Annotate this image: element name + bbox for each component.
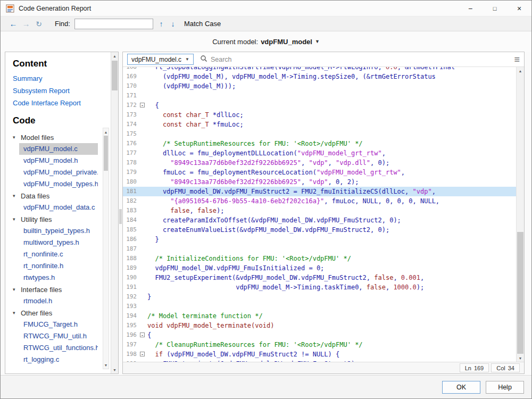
file-group-utility-files[interactable]: ▾Utility files	[13, 213, 111, 225]
code-line-169[interactable]: 169 (vdpFMU_model_M), vdpFMU_model_M->Ti…	[123, 72, 516, 81]
file-item-fmucg-target-h[interactable]: FMUCG_Target.h	[19, 319, 98, 330]
minimize-button[interactable]: −	[458, 1, 483, 16]
line-number: 191	[123, 282, 139, 292]
fold-gutter	[139, 282, 147, 292]
file-selector-dropdown[interactable]: vdpFMU_model.c ▼	[127, 54, 194, 65]
code-line-168[interactable]: 168 rt_StopDataLoggingWithStartTime(vdpF…	[123, 67, 516, 72]
scroll-down-icon[interactable]: ▼	[517, 354, 524, 362]
sidebar-scrollbar-thumb[interactable]	[112, 61, 118, 90]
code-line-185[interactable]: 185 createEnumValueList(&vdpFMU_model_DW…	[123, 225, 516, 235]
help-button[interactable]: Help	[486, 381, 524, 394]
menu-icon[interactable]: ≡	[514, 55, 520, 64]
match-case-toggle[interactable]: Match Case	[184, 20, 221, 28]
code-line-183[interactable]: 183 false, false);	[123, 206, 516, 215]
code-text: /* CleanupRuntimeResources for FMU: '<Ro…	[147, 340, 363, 350]
code-line-192[interactable]: 192}	[123, 292, 516, 302]
code-line-197[interactable]: 197 /* CleanupRuntimeResources for FMU: …	[123, 340, 516, 350]
close-button[interactable]: ×	[507, 1, 531, 16]
current-model-selector[interactable]: Current model: vdpFMU_model ▼	[1, 31, 531, 52]
fold-toggle-icon[interactable]: -	[139, 330, 147, 340]
file-group-interface-files[interactable]: ▾Interface files	[13, 284, 111, 295]
sidebar-link-summary[interactable]: Summary	[13, 74, 111, 82]
code-line-177[interactable]: 177 dllLoc = fmu_deploymentDLLLocation("…	[123, 148, 516, 158]
code-line-176[interactable]: 176 /* SetupRuntimeResources for FMU: '<…	[123, 139, 516, 148]
forward-button[interactable]: →	[20, 19, 32, 28]
code-line-182[interactable]: 182 "{a0951054-67b6-9b55-4a10-6eb2f202c1…	[123, 196, 516, 206]
file-item-rtwcg-util-functions-h[interactable]: RTWCG_util_functions.h	[19, 342, 98, 354]
column-indicator: Col 34	[491, 363, 520, 372]
code-line-198[interactable]: 198- if (vdpFMU_model_DW.vdpFMU_FmuStruc…	[123, 350, 516, 359]
collapse-arrow-icon: ▾	[13, 217, 21, 222]
file-item-builtin-typeid-types-h[interactable]: builtin_typeid_types.h	[19, 225, 98, 237]
line-number: 189	[123, 263, 139, 273]
code-line-191[interactable]: 191 vdpFMU_model_M->Timing.taskTime0, fa…	[123, 282, 516, 292]
file-item-rtwcg-fmu-util-h[interactable]: RTWCG_FMU_util.h	[19, 330, 98, 342]
back-button[interactable]: ←	[7, 19, 20, 28]
scroll-up-icon[interactable]: ▲	[517, 67, 524, 74]
code-text: rt_StopDataLoggingWithStartTime(vdpFMU_m…	[147, 67, 455, 72]
ok-button[interactable]: OK	[442, 381, 480, 394]
code-line-187[interactable]: 187	[123, 244, 516, 254]
code-line-189[interactable]: 189 vdpFMU_model_DW.vdpFMU_FmuIsInitiali…	[123, 263, 516, 273]
code-line-175[interactable]: 175	[123, 129, 516, 139]
fold-gutter	[139, 244, 147, 254]
scroll-down-icon[interactable]: ▼	[103, 361, 109, 369]
file-group-other-files[interactable]: ▾Other files	[13, 307, 111, 319]
code-line-179[interactable]: 179 fmuLoc = fmu_deploymentResourceLocat…	[123, 168, 516, 177]
file-item-vdpfmu-model-private-h[interactable]: vdpFMU_model_private.h	[19, 167, 98, 178]
sidebar-link-subsystem-report[interactable]: Subsystem Report	[13, 87, 111, 95]
code-line-172[interactable]: 172- {	[123, 101, 516, 110]
file-item-vdpfmu-model-c[interactable]: vdpFMU_model.c	[19, 143, 98, 155]
file-item-vdpfmu-model-data-c[interactable]: vdpFMU_model_data.c	[19, 202, 98, 213]
find-previous-button[interactable]: ↑	[157, 20, 165, 28]
code-line-170[interactable]: 170 (vdpFMU_model_M)));	[123, 81, 516, 91]
code-line-188[interactable]: 188 /* InitializeConditions for FMU: '<R…	[123, 254, 516, 263]
fold-gutter	[139, 273, 147, 282]
find-input[interactable]	[74, 19, 153, 29]
code-line-181[interactable]: 181 vdpFMU_model_DW.vdpFMU_FmuStruct2 = …	[123, 187, 516, 196]
code-text: const char_T *fmuLoc;	[147, 120, 244, 129]
code-line-174[interactable]: 174 const char_T *fmuLoc;	[123, 120, 516, 129]
refresh-button[interactable]: ↻	[32, 20, 45, 28]
search-input[interactable]	[211, 56, 328, 63]
file-item-rt-nonfinite-h[interactable]: rt_nonfinite.h	[19, 260, 98, 272]
code-scrollbar: ▲ ▼	[516, 67, 524, 362]
file-tree-scrollbar-thumb[interactable]	[104, 136, 108, 171]
dialog-footer: OK Help	[1, 375, 531, 398]
maximize-button[interactable]: □	[483, 1, 507, 16]
code-line-180[interactable]: 180 "8949c13aa77d6b0ef32d2f9226bb6925", …	[123, 177, 516, 187]
code-line-186[interactable]: 186 }	[123, 235, 516, 244]
code-line-184[interactable]: 184 createParamIdxToOffset(&vdpFMU_model…	[123, 215, 516, 225]
code-line-194[interactable]: 194/* Model terminate function */	[123, 311, 516, 321]
file-item-multiword-types-h[interactable]: multiword_types.h	[19, 237, 98, 248]
code-line-193[interactable]: 193	[123, 302, 516, 311]
code-line-173[interactable]: 173 const char_T *dllLoc;	[123, 110, 516, 120]
line-number: 178	[123, 158, 139, 168]
code-scrollbar-thumb[interactable]	[517, 232, 523, 354]
code-line-196[interactable]: 196-{	[123, 330, 516, 340]
code-line-190[interactable]: 190 FMU2_setupExperiment(&vdpFMU_model_D…	[123, 273, 516, 282]
scroll-down-icon[interactable]: ▼	[111, 366, 118, 373]
fold-gutter	[139, 263, 147, 273]
sidebar-link-code-interface-report[interactable]: Code Interface Report	[13, 99, 111, 107]
file-item-vdpfmu-model-h[interactable]: vdpFMU_model.h	[19, 155, 98, 167]
code-viewport[interactable]: 168 rt_StopDataLoggingWithStartTime(vdpF…	[123, 67, 516, 362]
scroll-up-icon[interactable]: ▲	[103, 128, 109, 136]
file-item-rt-nonfinite-c[interactable]: rt_nonfinite.c	[19, 248, 98, 260]
file-item-rt-logging-c[interactable]: rt_logging.c	[19, 354, 98, 365]
panel-splitter[interactable]	[119, 209, 122, 224]
scroll-up-icon[interactable]: ▲	[111, 52, 118, 60]
code-line-171[interactable]: 171	[123, 91, 516, 101]
code-line-178[interactable]: 178 "8949c13aa77d6b0ef32d2f9226bb6925", …	[123, 158, 516, 168]
file-item-vdpfmu-model-types-h[interactable]: vdpFMU_model_types.h	[19, 178, 98, 190]
fold-toggle-icon[interactable]: -	[139, 101, 147, 110]
line-number: 197	[123, 340, 139, 350]
find-next-button[interactable]: ↓	[169, 20, 177, 28]
file-item-rtwtypes-h[interactable]: rtwtypes.h	[19, 272, 98, 284]
code-line-195[interactable]: 195void vdpFMU_model_terminate(void)	[123, 321, 516, 330]
file-group-model-files[interactable]: ▾Model files	[13, 131, 111, 143]
model-dropdown-icon: ▼	[315, 39, 320, 44]
file-item-rtmodel-h[interactable]: rtmodel.h	[19, 295, 98, 307]
file-group-data-files[interactable]: ▾Data files	[13, 190, 111, 202]
fold-toggle-icon[interactable]: -	[139, 350, 147, 359]
